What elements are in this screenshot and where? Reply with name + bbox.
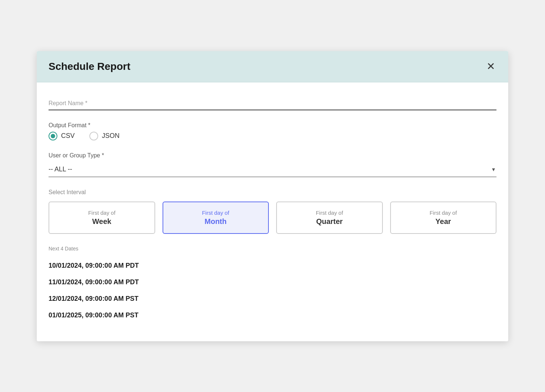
radio-circle-json[interactable] [89,132,98,140]
interval-card-quarter-bottom: Quarter [283,217,376,226]
date-item-3: 12/01/2024, 09:00:00 AM PST [49,291,496,307]
interval-card-week-bottom: Week [55,217,149,226]
radio-circle-csv[interactable] [49,132,57,140]
date-item-4: 01/01/2025, 09:00:00 AM PST [49,307,496,324]
interval-card-month-bottom: Month [169,217,263,226]
next-dates-label: Next 4 Dates [49,246,496,252]
output-format-label: Output Format * [49,122,496,129]
close-button[interactable]: ✕ [485,60,496,73]
interval-card-week[interactable]: First day of Week [49,202,155,234]
modal-header: Schedule Report ✕ [37,51,508,82]
radio-option-csv[interactable]: CSV [49,132,75,140]
radio-group: CSV JSON [49,132,496,140]
interval-card-year[interactable]: First day of Year [390,202,497,234]
interval-card-month[interactable]: First day of Month [163,202,269,234]
interval-cards-container: First day of Week First day of Month Fir… [49,202,496,234]
user-group-select-wrapper: -- ALL -- ▾ [49,162,496,177]
interval-group: Select Interval First day of Week First … [49,189,496,234]
interval-card-year-bottom: Year [397,217,490,226]
next-dates-section: Next 4 Dates 10/01/2024, 09:00:00 AM PDT… [49,246,496,324]
date-item-1: 10/01/2024, 09:00:00 AM PDT [49,257,496,274]
interval-card-month-top: First day of [169,210,263,216]
interval-card-quarter-top: First day of [283,210,376,216]
user-group-select[interactable]: -- ALL -- [49,162,496,177]
date-item-2: 11/01/2024, 09:00:00 AM PDT [49,274,496,291]
interval-label: Select Interval [49,189,496,196]
report-name-input[interactable] [49,97,496,110]
interval-card-quarter[interactable]: First day of Quarter [276,202,383,234]
radio-label-csv: CSV [61,132,75,140]
user-group-form-group: User or Group Type * -- ALL -- ▾ [49,152,496,177]
output-format-group: Output Format * CSV JSON [49,122,496,140]
interval-card-week-top: First day of [55,210,149,216]
radio-label-json: JSON [102,132,120,140]
radio-option-json[interactable]: JSON [89,132,120,140]
modal-body: Output Format * CSV JSON User or Group T… [37,82,508,341]
modal-title: Schedule Report [49,61,130,72]
interval-card-year-top: First day of [397,210,490,216]
user-group-label: User or Group Type * [49,152,496,159]
report-name-group [49,97,496,110]
schedule-report-modal: Schedule Report ✕ Output Format * CSV JS… [37,51,508,341]
